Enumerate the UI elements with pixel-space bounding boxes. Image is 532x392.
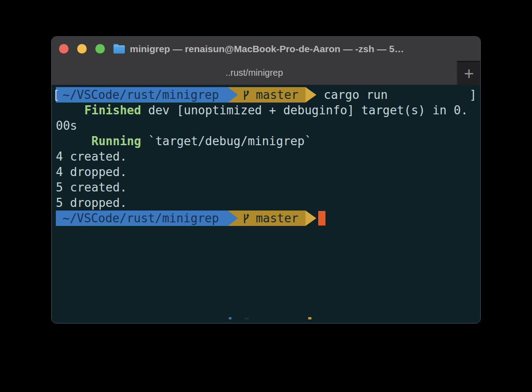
prompt-path-segment: ~/VSCode/rust/minigrep (56, 87, 228, 103)
output-text: 00s (56, 119, 77, 132)
titlebar[interactable]: minigrep — renaisun@MacBook-Pro-de-Aaron… (52, 37, 480, 61)
prompt-git-segment: master (228, 211, 305, 226)
output-line-wrap: 00s (56, 118, 480, 133)
plus-icon: + (464, 65, 474, 82)
output-line: 4 created. (56, 149, 480, 164)
output-text: 5 created. (56, 181, 127, 194)
zoom-button[interactable] (95, 44, 105, 54)
tab-bar: ..rust/minigrep + (52, 61, 480, 85)
powerline-arrow-icon (228, 87, 238, 103)
powerline-arrow-icon (305, 211, 316, 226)
close-bracket: ] (469, 87, 477, 103)
prompt-git-segment: master (228, 87, 305, 103)
tab-rust-minigrep[interactable]: ..rust/minigrep (52, 61, 457, 85)
powerline-arrow-icon (305, 87, 316, 103)
output-text: `target/debug/minigrep` (141, 134, 312, 148)
clipped-line-artifact (229, 317, 232, 319)
output-text: dev [unoptimized + debuginfo] target(s) … (141, 103, 468, 117)
folder-icon (113, 44, 125, 54)
git-branch-name: master (256, 87, 298, 103)
output-text: 4 dropped. (56, 165, 127, 179)
output-line: 4 dropped. (56, 164, 480, 180)
git-branch-name: master (256, 211, 298, 226)
window-title: minigrep — renaisun@MacBook-Pro-de-Aaron… (130, 37, 404, 61)
cargo-status-finished: Finished (84, 103, 141, 117)
prompt-line-2: ~/VSCode/rust/minigrep master (56, 211, 480, 226)
cargo-status-running: Running (91, 134, 141, 148)
new-tab-button[interactable]: + (457, 61, 480, 85)
open-bracket: [ (53, 87, 60, 103)
prompt-path: ~/VSCode/rust/minigrep (63, 87, 219, 103)
output-line-running: Running `target/debug/minigrep` (56, 133, 480, 149)
output-line: 5 dropped. (56, 195, 480, 211)
output-indent (56, 134, 91, 148)
desktop-background: minigrep — renaisun@MacBook-Pro-de-Aaron… (0, 0, 532, 392)
clipped-line-artifact (308, 317, 311, 319)
minimize-button[interactable] (77, 44, 87, 54)
powerline-arrow-icon (228, 211, 238, 226)
prompt-path-segment: ~/VSCode/rust/minigrep (56, 211, 228, 226)
prompt-line-1: [ ~/VSCode/rust/minigrep master cargo ru… (56, 87, 480, 103)
terminal-window: minigrep — renaisun@MacBook-Pro-de-Aaron… (51, 36, 481, 323)
clipped-line-artifact (245, 318, 249, 319)
output-indent (56, 103, 84, 117)
output-line: 5 created. (56, 180, 480, 195)
close-button[interactable] (59, 44, 69, 54)
tab-title: ..rust/minigrep (226, 68, 283, 78)
command-text: cargo run (324, 87, 388, 103)
git-branch-icon (242, 213, 250, 224)
output-text: 5 dropped. (56, 196, 127, 210)
prompt-path: ~/VSCode/rust/minigrep (63, 211, 219, 226)
git-branch-icon (242, 89, 250, 100)
output-text: 4 created. (56, 150, 127, 163)
terminal-cursor (318, 211, 325, 225)
output-line-finished: Finished dev [unoptimized + debuginfo] t… (56, 103, 480, 118)
terminal[interactable]: [ ~/VSCode/rust/minigrep master cargo ru… (52, 85, 480, 323)
